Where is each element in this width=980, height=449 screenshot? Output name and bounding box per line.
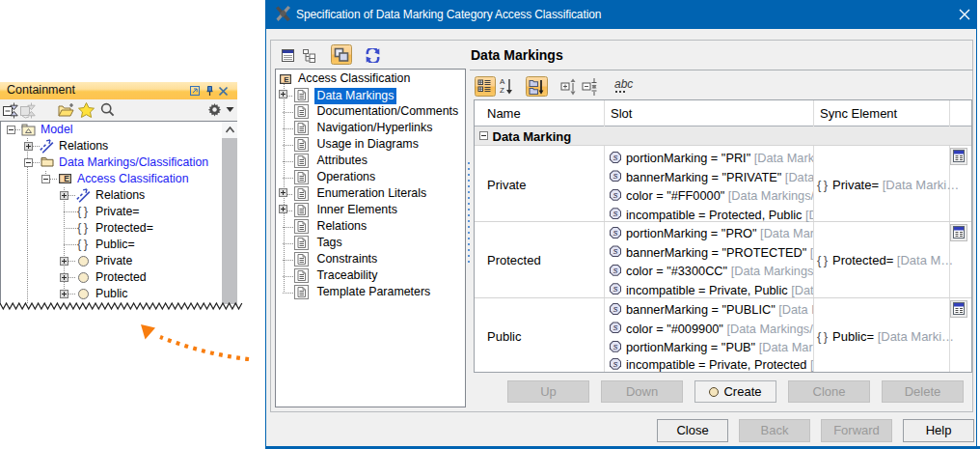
svg-text:E: E xyxy=(64,174,69,183)
svg-text:A: A xyxy=(500,77,505,86)
svg-text:E: E xyxy=(284,75,289,84)
svg-text:Z: Z xyxy=(500,86,504,95)
